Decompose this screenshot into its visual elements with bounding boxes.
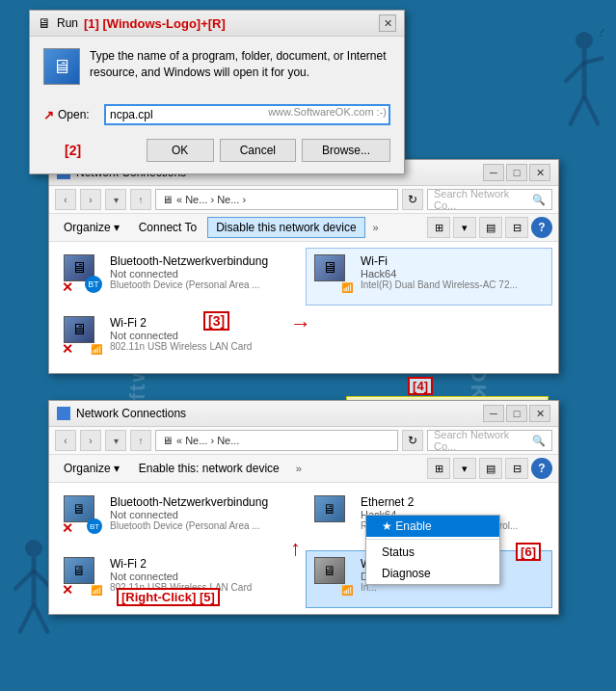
nc2-refresh-button[interactable]: ↻ bbox=[402, 430, 423, 451]
run-body: 🖥 Type the name of a program, folder, do… bbox=[30, 37, 404, 96]
nc1-wifi-device: Intel(R) Dual Band Wireless-AC 72... bbox=[361, 279, 544, 290]
nc1-organize-button[interactable]: Organize ▾ bbox=[55, 217, 128, 238]
nc1-back-button[interactable]: ‹ bbox=[55, 189, 76, 210]
nc1-minimize-button[interactable]: ─ bbox=[483, 164, 504, 181]
nc1-connect-to-button[interactable]: Connect To bbox=[130, 217, 206, 238]
run-cancel-button[interactable]: Cancel bbox=[220, 139, 296, 162]
ctx-status-item[interactable]: Status bbox=[366, 542, 499, 563]
nc2-view-dropdown[interactable]: ▾ bbox=[453, 458, 476, 479]
nc1-help-button[interactable]: ? bbox=[531, 217, 552, 238]
run-close-button[interactable]: ✕ bbox=[379, 14, 396, 32]
ctx-enable-label: Enable bbox=[395, 519, 431, 533]
nc1-wifi2-device: 802.11n USB Wireless LAN Card bbox=[110, 341, 293, 352]
nc2-ethernet-icon-wrapper: 🖥 bbox=[314, 495, 353, 534]
nc1-bluetooth-item[interactable]: 🖥 ✕ BT Bluetooth-Netzwerkverbindung Not … bbox=[55, 248, 302, 306]
nc1-search-box[interactable]: Search Network Co... 🔍 bbox=[427, 189, 552, 210]
run-open-row: ↗ Open: www.SoftwareOK.com :-) bbox=[30, 96, 404, 133]
nc1-view-button-1[interactable]: ⊞ bbox=[427, 217, 450, 238]
run-dialog-icon: 🖥 bbox=[43, 48, 80, 85]
nc2-dropdown-button[interactable]: ▾ bbox=[105, 430, 126, 451]
nc1-address-box[interactable]: 🖥 « Ne... › Ne... › bbox=[155, 189, 398, 210]
nc1-wifi2-signal: 📶 bbox=[91, 344, 102, 355]
svg-line-3 bbox=[584, 58, 603, 63]
nc2-search-icon: 🔍 bbox=[532, 435, 546, 447]
nc1-wifi2-main-icon: 🖥 bbox=[64, 316, 94, 343]
nc1-forward-button[interactable]: › bbox=[80, 189, 101, 210]
svg-line-12 bbox=[34, 604, 48, 633]
nc1-wifi2-status: Not connected bbox=[110, 330, 293, 341]
nc2-bluetooth-badge: BT bbox=[87, 518, 102, 534]
nc1-up-button[interactable]: ↑ bbox=[130, 189, 151, 210]
figure-right: ? bbox=[550, 29, 608, 145]
nc1-wifi-item[interactable]: 🖥 📶 Wi-Fi Hack64 Intel(R) Dual Band Wire… bbox=[306, 248, 552, 306]
ctx-status-label: Status bbox=[382, 545, 415, 559]
nc1-dropdown-button[interactable]: ▾ bbox=[105, 189, 126, 210]
nc1-maximize-button[interactable]: □ bbox=[506, 164, 527, 181]
nc1-wifi-main-icon: 🖥 bbox=[314, 254, 345, 281]
nc1-view-dropdown[interactable]: ▾ bbox=[453, 217, 476, 238]
annotation-2: [2] bbox=[65, 143, 81, 158]
network-connections-window-2: Network Connections ─ □ ✕ ‹ › ▾ ↑ 🖥 « Ne… bbox=[48, 400, 559, 615]
nc2-forward-button[interactable]: › bbox=[80, 430, 101, 451]
nc2-maximize-button[interactable]: □ bbox=[506, 405, 527, 422]
nc2-bluetooth-main-icon: 🖥 bbox=[64, 495, 94, 522]
nc1-view-button-3[interactable]: ⊟ bbox=[505, 217, 528, 238]
nc1-addressbar: ‹ › ▾ ↑ 🖥 « Ne... › Ne... › ↻ Search Net… bbox=[49, 186, 558, 214]
run-buttons: OK Cancel Browse... bbox=[30, 133, 404, 173]
nc1-disable-button[interactable]: Disable this network device bbox=[207, 217, 364, 238]
nc2-titlebar: Network Connections ─ □ ✕ bbox=[49, 401, 558, 427]
nc1-toolbar: Organize ▾ Connect To Disable this netwo… bbox=[49, 214, 558, 242]
nc2-bluetooth-item[interactable]: 🖥 ✕ BT Bluetooth-Netzwerkverbindung Not … bbox=[55, 489, 302, 546]
run-icon-glyph: 🖥 bbox=[52, 56, 71, 78]
nc2-organize-arrow: ▾ bbox=[114, 462, 120, 475]
nc2-toolbar-right: ⊞ ▾ ▤ ⊟ ? bbox=[427, 458, 552, 479]
nc1-items: 🖥 ✕ BT Bluetooth-Netzwerkverbindung Not … bbox=[49, 242, 558, 373]
nc1-bluetooth-name: Bluetooth-Netzwerkverbindung bbox=[110, 254, 293, 268]
run-ok-button[interactable]: OK bbox=[147, 139, 214, 162]
nc2-ethernet-main-icon: 🖥 bbox=[314, 495, 345, 522]
nc2-minimize-button[interactable]: ─ bbox=[483, 405, 504, 422]
nc2-enable-button[interactable]: Enable this: network device bbox=[130, 458, 288, 479]
nc2-address-box[interactable]: 🖥 « Ne... › Ne... bbox=[155, 430, 398, 451]
nc2-organize-button[interactable]: Organize ▾ bbox=[55, 458, 128, 479]
nc1-search-icon: 🔍 bbox=[532, 194, 546, 206]
nc1-view-button-2[interactable]: ▤ bbox=[479, 217, 502, 238]
nc1-address-icon: 🖥 bbox=[162, 194, 173, 205]
nc2-wifi2-icon-wrapper: 🖥 ✕ 📶 bbox=[64, 557, 102, 596]
nc2-close-button[interactable]: ✕ bbox=[529, 405, 550, 422]
run-input[interactable] bbox=[104, 104, 390, 125]
nc1-refresh-button[interactable]: ↻ bbox=[402, 189, 423, 210]
nc2-wifi2-status: Not connected bbox=[110, 571, 293, 582]
nc2-view-button-2[interactable]: ▤ bbox=[479, 458, 502, 479]
nc2-arrow-5: ↑ bbox=[290, 536, 301, 561]
nc1-wifi2-item[interactable]: 🖥 ✕ 📶 Wi-Fi 2 Not connected 802.11n USB … bbox=[55, 309, 302, 367]
nc2-help-button[interactable]: ? bbox=[531, 458, 552, 479]
svg-line-9 bbox=[14, 571, 34, 590]
nc1-more-button[interactable]: » bbox=[367, 219, 385, 236]
nc1-wifi-info: Wi-Fi Hack64 Intel(R) Dual Band Wireless… bbox=[361, 254, 544, 290]
nc2-view-button-3[interactable]: ⊟ bbox=[505, 458, 528, 479]
nc1-organize-label: Organize bbox=[64, 221, 111, 234]
nc2-up-button[interactable]: ↑ bbox=[130, 430, 151, 451]
ctx-enable-item[interactable]: ★ Enable bbox=[366, 516, 499, 537]
nc2-view-button-1[interactable]: ⊞ bbox=[427, 458, 450, 479]
nc2-bluetooth-device: Bluetooth Device (Personal Area ... bbox=[110, 520, 293, 531]
run-browse-button[interactable]: Browse... bbox=[302, 139, 390, 162]
nc1-wifi-icon-wrapper: 🖥 📶 bbox=[314, 254, 353, 293]
run-dialog: 🖥 Run [1] [Windows-Logo]+[R] ✕ 🖥 Type th… bbox=[29, 10, 405, 174]
nc2-wifi-glyph: 🖥 bbox=[323, 563, 336, 578]
svg-point-7 bbox=[25, 540, 42, 557]
nc2-wifi2-main-icon: 🖥 bbox=[64, 557, 94, 584]
svg-text:?: ? bbox=[597, 29, 605, 40]
nc1-close-button[interactable]: ✕ bbox=[529, 164, 550, 181]
nc2-back-button[interactable]: ‹ bbox=[55, 430, 76, 451]
nc1-arrow-3: → bbox=[290, 311, 311, 336]
nc1-bluetooth-icon-wrapper: 🖥 ✕ BT bbox=[64, 254, 102, 293]
nc2-wifi2-x: ✕ bbox=[62, 582, 73, 598]
nc2-address-icon: 🖥 bbox=[162, 435, 173, 446]
run-title-annotation: [1] [Windows-Logo]+[R] bbox=[84, 16, 226, 31]
nc2-search-box[interactable]: Search Network Co... 🔍 bbox=[427, 430, 552, 451]
nc2-more-button[interactable]: » bbox=[290, 460, 308, 477]
ctx-diagnose-item[interactable]: Diagnose bbox=[366, 563, 499, 584]
nc1-bluetooth-glyph: 🖥 bbox=[71, 259, 87, 277]
